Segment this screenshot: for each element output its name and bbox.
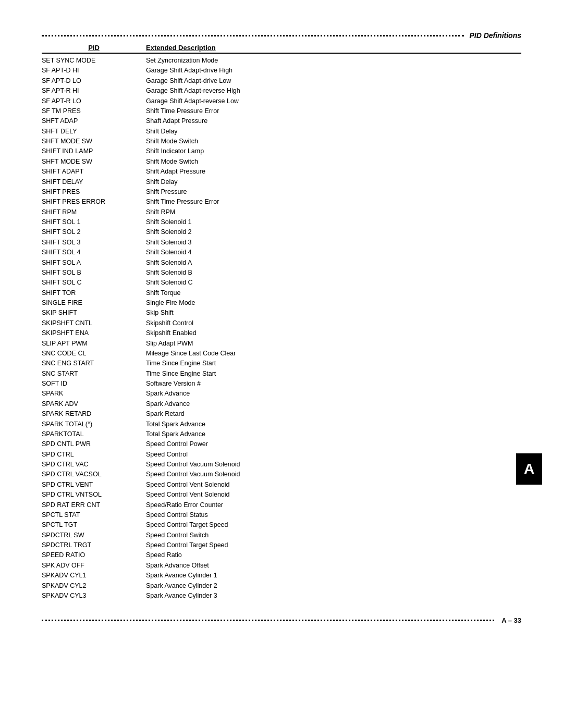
table-row: SPD CNTL PWRSpeed Control Power — [42, 439, 521, 449]
pid-cell: SET SYNC MODE — [42, 56, 146, 66]
table-row: SF APT-R HIGarage Shift Adapt-reverse Hi… — [42, 86, 521, 96]
pid-cell: SHIFT PRES ERROR — [42, 197, 146, 207]
table-row: SHIFT ADAPTShift Adapt Pressure — [42, 167, 521, 177]
desc-cell: Spark Avance Cylinder 2 — [146, 581, 521, 591]
pid-cell: SHFT ADAP — [42, 116, 146, 126]
table-row: SHIFT SOL 1Shift Solenoid 1 — [42, 217, 521, 227]
table-row: SHIFT SOL CShift Solenoid C — [42, 278, 521, 288]
pid-column-header: PID — [42, 44, 146, 52]
pid-cell: SHIFT ADAPT — [42, 167, 146, 177]
desc-cell: Shift RPM — [146, 207, 521, 217]
desc-cell: Spark Advance — [146, 399, 521, 409]
table-row: SHFT ADAPShaft Adapt Pressure — [42, 116, 521, 126]
pid-cell: SF APT-R LO — [42, 96, 146, 106]
desc-cell: Speed Control Switch — [146, 530, 521, 540]
desc-cell: Spark Advance Offset — [146, 561, 521, 571]
table-row: SPCTL STATSpeed Control Status — [42, 510, 521, 520]
pid-cell: SHIFT IND LAMP — [42, 146, 146, 156]
desc-cell: Speed Control Vacuum Solenoid — [146, 460, 521, 470]
pid-cell: SHFT MODE SW — [42, 137, 146, 146]
pid-cell: SPKADV CYL2 — [42, 581, 146, 591]
desc-cell: Speed Control — [146, 450, 521, 460]
table-row: SLIP APT PWMSlip Adapt PWM — [42, 339, 521, 349]
table-row: SHIFT SOL AShift Solenoid A — [42, 258, 521, 268]
desc-cell: Garage Shift Adapt-drive High — [146, 66, 521, 76]
table-row: SPKADV CYL3Spark Avance Cylinder 3 — [42, 591, 521, 601]
header-title: PID Definitions — [469, 31, 521, 40]
table-row: SHFT MODE SWShift Mode Switch — [42, 157, 521, 167]
table-row: SNC CODE CLMileage Since Last Code Clear — [42, 349, 521, 359]
table-row: SHIFT DELAYShift Delay — [42, 177, 521, 187]
desc-cell: Shift Mode Switch — [146, 157, 521, 167]
pid-cell: SHIFT SOL B — [42, 268, 146, 278]
pid-cell: SNC ENG START — [42, 359, 146, 368]
table-row: SHIFT TORShift Torque — [42, 288, 521, 298]
table-row: SPD RAT ERR CNTSpeed/Ratio Error Counter — [42, 500, 521, 510]
table-row: SPKADV CYL1Spark Avance Cylinder 1 — [42, 571, 521, 581]
pid-cell: SF TM PRES — [42, 106, 146, 116]
desc-cell: Shift Torque — [146, 288, 521, 298]
table-row: SKIP SHIFTSkip Shift — [42, 308, 521, 318]
table-row: SNC STARTTime Since Engine Start — [42, 369, 521, 379]
desc-cell: Set Zyncronization Mode — [146, 56, 521, 66]
desc-cell: Shift Pressure — [146, 187, 521, 197]
desc-cell: Shift Adapt Pressure — [146, 167, 521, 177]
pid-cell: SPD CTRL VAC — [42, 460, 146, 470]
pid-cell: SHFT MODE SW — [42, 157, 146, 167]
pid-cell: SPD CTRL VENT — [42, 480, 146, 490]
table-row: SHFT MODE SWShift Mode Switch — [42, 137, 521, 146]
desc-cell: Time Since Engine Start — [146, 359, 521, 368]
page-number: A – 33 — [501, 616, 521, 624]
pid-cell: SOFT ID — [42, 379, 146, 389]
desc-cell: Speed/Ratio Error Counter — [146, 500, 521, 510]
table-row: SHIFT SOL 4Shift Solenoid 4 — [42, 248, 521, 257]
header-bar: PID Definitions — [42, 31, 521, 40]
pid-cell: SPKADV CYL3 — [42, 591, 146, 601]
table-row: SKIPSHFT CNTLSkipshift Control — [42, 318, 521, 328]
pid-table: PID Extended Description SET SYNC MODESe… — [42, 44, 521, 601]
pid-cell: SPARK — [42, 389, 146, 399]
rows-container: SET SYNC MODESet Zyncronization ModeSF A… — [42, 56, 521, 601]
desc-cell: Garage Shift Adapt-reverse High — [146, 86, 521, 96]
desc-cell: Shift Solenoid B — [146, 268, 521, 278]
table-row: SPARKTOTALTotal Spark Advance — [42, 429, 521, 439]
pid-cell: SPD CTRL — [42, 450, 146, 460]
desc-cell: Shift Solenoid 3 — [146, 238, 521, 248]
desc-cell: Speed Control Status — [146, 510, 521, 520]
pid-cell: SHIFT SOL 4 — [42, 248, 146, 257]
table-row: SPD CTRLSpeed Control — [42, 450, 521, 460]
header-dots-line — [42, 35, 464, 36]
column-headers: PID Extended Description — [42, 44, 521, 54]
desc-cell: Shift Solenoid A — [146, 258, 521, 268]
pid-cell: SPD CTRL VNTSOL — [42, 490, 146, 500]
desc-cell: Speed Control Power — [146, 439, 521, 449]
pid-cell: SHIFT SOL 3 — [42, 238, 146, 248]
pid-cell: SPEED RATIO — [42, 550, 146, 560]
pid-cell: SPK ADV OFF — [42, 561, 146, 571]
desc-cell: Spark Avance Cylinder 3 — [146, 591, 521, 601]
table-row: SNC ENG STARTTime Since Engine Start — [42, 359, 521, 368]
desc-cell: Single Fire Mode — [146, 298, 521, 308]
desc-cell: Skipshift Enabled — [146, 328, 521, 338]
table-row: SF APT-D HIGarage Shift Adapt-drive High — [42, 66, 521, 76]
table-row: SPD CTRL VACSpeed Control Vacuum Solenoi… — [42, 460, 521, 470]
table-row: SHIFT SOL 3Shift Solenoid 3 — [42, 238, 521, 248]
desc-cell: Shift Solenoid 2 — [146, 227, 521, 237]
pid-cell: SPDCTRL TRGT — [42, 540, 146, 550]
desc-cell: Skipshift Control — [146, 318, 521, 328]
desc-cell: Shift Delay — [146, 127, 521, 137]
pid-cell: SPARK RETARD — [42, 409, 146, 419]
pid-cell: SPARK TOTAL(°) — [42, 419, 146, 429]
table-row: SHFT DELYShift Delay — [42, 127, 521, 137]
table-row: SF APT-R LOGarage Shift Adapt-reverse Lo… — [42, 96, 521, 106]
desc-cell: Speed Control Vent Solenoid — [146, 480, 521, 490]
table-row: SPARK TOTAL(°)Total Spark Advance — [42, 419, 521, 429]
pid-cell: SF APT-D HI — [42, 66, 146, 76]
footer-dots-line — [42, 620, 494, 621]
desc-cell: Shift Solenoid 1 — [146, 217, 521, 227]
desc-cell: Garage Shift Adapt-drive Low — [146, 76, 521, 86]
table-row: SOFT IDSoftware Version # — [42, 379, 521, 389]
desc-cell: Shaft Adapt Pressure — [146, 116, 521, 126]
table-row: SPARK ADVSpark Advance — [42, 399, 521, 409]
pid-cell: SINGLE FIRE — [42, 298, 146, 308]
